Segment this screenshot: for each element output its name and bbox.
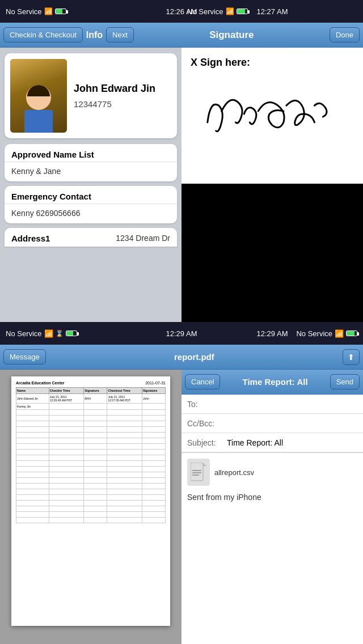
pdf-pane: Arcadia Education Center 2011-07-31 Name… [0,370,182,644]
pdf-cell-checkout: July 21, 201112:27:39 AM PDT [107,394,142,404]
pdf-empty-row [16,461,166,467]
main-pane-container: John Edward Jin 12344775 Approved Name L… [0,48,363,322]
pdf-empty-row [16,472,166,478]
pdf-empty-row [16,512,166,518]
cancel-button[interactable]: Cancel [185,374,220,389]
emergency-contact-value: Kenny 6269056666 [5,204,177,223]
pdf-col-sig2: Signature [142,388,165,394]
top-half: No Service 📶 12:26 AM 12:27 AM No Servic… [0,0,363,322]
pdf-org-name: Arcadia Education Center [16,381,65,385]
bottom-left-carrier: No Service [6,329,42,338]
signature-drawing [191,74,354,154]
email-pane: Cancel Time Report: All Send To: Cc/Bcc:… [182,370,363,644]
wifi-icon-right: 📶 [226,7,234,15]
signature-black-area [182,184,363,322]
signature-pane[interactable]: X Sign here: [182,48,363,322]
child-body [24,110,53,133]
pdf-cell-sig2: John [142,394,165,404]
address-section: Address1 1234 Dream Dr [5,228,177,247]
pdf-empty-row [16,495,166,501]
svg-rect-0 [191,463,203,481]
pdf-empty-row [16,416,166,421]
wifi-icon-left: 📶 [44,7,53,15]
wifi-icon-bl: 📶 [44,329,53,338]
pdf-empty-row [16,427,166,433]
email-fields: To: Cc/Bcc: Subject: Time Report: All [182,395,363,453]
left-carrier: No Service [6,7,42,16]
emergency-contact-header: Emergency Contact [5,186,177,204]
message-button[interactable]: Message [3,349,46,365]
profile-info: John Edward Jin 12344775 [74,83,171,109]
profile-id: 12344775 [74,99,171,109]
svg-marker-1 [203,463,206,466]
pdf-col-checkout: Checkout Time [107,388,142,394]
email-nav-bar: Cancel Time Report: All Send [182,370,363,395]
subject-label: Subject: [187,438,227,447]
signature-title: Signature [137,29,326,41]
pdf-empty-row [16,433,166,438]
pdf-cell-checkin: July 21, 201112:26:48 AM PDT [49,394,83,404]
pdf-col-name: Name [16,388,49,394]
address-value: 1234 Dream Dr [116,234,170,243]
to-field-row[interactable]: To: [182,395,363,414]
pdf-empty-row [16,489,166,495]
wifi-icon-br: 📶 [335,329,344,338]
left-pane: John Edward Jin 12344775 Approved Name L… [0,48,182,322]
share-icon: ⬆ [348,353,354,362]
profile-photo [10,59,67,133]
approved-name-list-value: Kenny & Jane [5,162,177,181]
share-button[interactable]: ⬆ [343,349,360,365]
pdf-col-sig1: Signature [84,388,107,394]
profile-card: John Edward Jin 12344775 [5,53,177,138]
pdf-cell-checkin-2 [49,404,83,410]
subject-field-row[interactable]: Subject: Time Report: All [182,433,363,452]
profile-name: John Edward Jin [74,83,171,95]
attachment-info: allreport.csv [214,468,254,477]
pdf-empty-row [16,478,166,484]
pdf-filename: report.pdf [49,352,339,362]
pdf-data-row-2: Kenny Jin [16,404,166,410]
pdf-nav-bar: Message report.pdf ⬆ [0,345,363,370]
attachment-icon [187,459,210,486]
next-button[interactable]: Next [106,27,134,43]
child-figure [24,85,53,133]
bottom-pane-container: Arcadia Education Center 2011-07-31 Name… [0,370,363,644]
left-status: No Service 📶 [6,7,182,16]
sign-here-text: X Sign here: [191,57,354,69]
pdf-cell-sig1: MAA [84,394,107,404]
pdf-date: 2011-07-31 [145,381,166,385]
email-body-text: Sent from my iPhone [187,493,357,502]
email-body[interactable]: allreport.csv Sent from my iPhone [182,453,363,644]
pdf-empty-row [16,518,166,523]
pdf-empty-row [16,506,166,512]
checkin-checkout-button[interactable]: Checkin & Checkout [3,27,83,43]
pdf-cell-sig1-2 [84,404,107,410]
subject-value: Time Report: All [227,438,357,447]
child-head [26,85,51,110]
address-row: Address1 1234 Dream Dr [11,234,170,243]
status-bar-top: No Service 📶 12:26 AM 12:27 AM No Servic… [0,0,363,23]
attachment-container: allreport.csv [187,459,357,486]
attachment-name: allreport.csv [214,468,254,477]
pdf-cell-name-2: Kenny Jin [16,404,49,410]
done-button[interactable]: Done [330,27,360,43]
pdf-table: Name Checkin Time Signature Checkout Tim… [16,387,166,523]
pdf-empty-row [16,438,166,444]
approved-name-list-section: Approved Name List Kenny & Jane [5,144,177,181]
status-bar-bottom: No Service 📶 ⌛ 12:29 AM 12:29 AM No Serv… [0,322,363,345]
pdf-empty-row [16,444,166,450]
pdf-cell-name: John Edward Jin [16,394,49,404]
pdf-empty-row [16,484,166,489]
battery-br [346,331,357,336]
signature-area[interactable]: X Sign here: [182,48,363,184]
battery-right [237,9,248,14]
send-button[interactable]: Send [330,374,360,389]
pdf-empty-row [16,410,166,416]
bottom-right-carrier: No Service [296,329,332,338]
pdf-empty-row [16,501,166,506]
bottom-half: No Service 📶 ⌛ 12:29 AM 12:29 AM No Serv… [0,322,363,644]
to-label: To: [187,400,227,409]
right-time: 12:27 AM [257,7,288,16]
cc-field-row[interactable]: Cc/Bcc: [182,414,363,433]
approved-name-list-header: Approved Name List [5,144,177,162]
